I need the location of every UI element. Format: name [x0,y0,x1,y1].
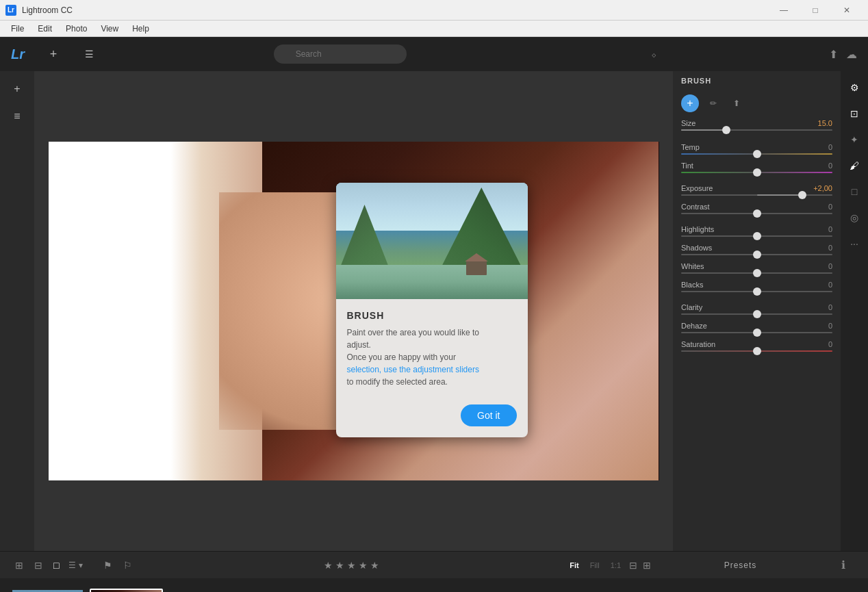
star-3[interactable]: ★ [347,560,356,571]
filter-icon[interactable]: ⬦ [651,49,656,60]
sidebar-library-icon[interactable]: ≡ [5,104,29,129]
tooltip-line2: adjust. [347,340,371,350]
menu-edit[interactable]: Edit [32,23,58,35]
minimize-button[interactable]: — [768,0,800,21]
presets-button[interactable]: Presets [722,559,760,571]
right-edge-panel: ⚙ ⊡ ✦ 🖌 □ ◎ ··· [841,71,868,551]
multi-view-button[interactable]: ⊟ [30,557,47,574]
brush-add-tool[interactable]: + [681,94,699,112]
whites-slider-row: Whites 0 [673,259,841,276]
brush-erase-tool[interactable]: ✏ [704,94,722,112]
bottom-area: ⊞ ⊟ □ ☰ ▾ ⚑ ⚐ ★ ★ ★ ★ ★ Fit Fill 1:1 ⊟ ⊞… [0,551,868,592]
healing-icon[interactable]: ✦ [843,129,865,151]
dehaze-slider[interactable] [681,332,832,333]
size-slider[interactable] [681,129,832,131]
share-icon[interactable]: ⬆ [829,48,838,61]
tooltip-title: BRUSH [347,310,517,321]
menu-help[interactable]: Help [127,23,155,35]
tooltip-button-row: Got it [336,399,528,437]
maximize-button[interactable]: □ [800,0,831,21]
info-area: ℹ [830,558,857,571]
compare-icon[interactable]: ⊞ [643,560,651,571]
fill-button[interactable]: Fill [587,560,602,571]
info-icon[interactable]: ℹ [841,558,845,571]
tooltip-line3: Once you are happy with your [347,352,456,362]
star-4[interactable]: ★ [359,560,368,571]
menu-view[interactable]: View [95,23,124,35]
contrast-slider-row: Contrast 0 [673,200,841,217]
exposure-slider[interactable] [681,194,832,196]
clarity-value: 0 [828,303,832,311]
library-icon[interactable]: ☰ [77,42,101,66]
menu-photo[interactable]: Photo [60,23,92,35]
cloud-icon[interactable]: ☁ [846,48,857,61]
film-thumb-portrait[interactable] [90,589,163,592]
right-area: BRUSH + ✏ ⬆ Size 15.0 [673,71,868,551]
app-header: Lr + ☰ 🔍 ⬦ ⬆ ☁ [0,37,868,71]
menu-bar: File Edit Photo View Help [0,21,868,37]
whites-slider[interactable] [681,272,832,274]
temp-label: Temp [681,143,700,151]
contrast-slider[interactable] [681,213,832,214]
temp-slider[interactable] [681,153,832,155]
menu-file[interactable]: File [5,23,29,35]
sort-arrow: ▾ [79,561,83,570]
left-sidebar: + ≡ [0,71,34,551]
shadows-slider[interactable] [681,254,832,255]
shadows-value: 0 [828,244,832,252]
brush-tools-row: + ✏ ⬆ [673,90,841,116]
highlights-label: Highlights [681,225,714,233]
saturation-value: 0 [828,340,832,348]
view-buttons: ⊞ ⊟ □ [11,557,63,574]
flag-button[interactable]: ⚑ [99,557,116,574]
app-icon: Lr [5,5,16,16]
adjust-icon[interactable]: ⚙ [843,77,865,99]
add-button[interactable]: + [41,42,66,66]
temp-slider-row: Temp 0 [673,140,841,157]
tint-slider-row: Tint 0 [673,159,841,176]
star-1[interactable]: ★ [324,560,333,571]
sort-button[interactable]: ☰ ▾ [68,561,83,570]
bottom-toolbar: ⊞ ⊟ □ ☰ ▾ ⚑ ⚐ ★ ★ ★ ★ ★ Fit Fill 1:1 ⊟ ⊞… [0,551,868,578]
film-thumb-landscape[interactable] [11,589,84,592]
size-label: Size [681,119,695,127]
blacks-slider[interactable] [681,291,832,292]
lr-logo: Lr [11,47,25,62]
tooltip-image [336,183,528,299]
crop-icon[interactable]: ⊡ [843,103,865,125]
tint-slider[interactable] [681,172,832,173]
brush-icon[interactable]: 🖌 [843,155,865,177]
blacks-slider-row: Blacks 0 [673,278,841,295]
one-to-one-button[interactable]: 1:1 [608,560,624,571]
filmstrip [0,578,868,592]
select-icon[interactable]: □ [843,181,865,203]
filmstrip-area [0,578,868,592]
highlights-slider[interactable] [681,235,832,237]
more-icon[interactable]: ··· [843,233,865,255]
star-5[interactable]: ★ [370,560,379,571]
highlights-value: 0 [828,225,832,233]
close-button[interactable]: ✕ [831,0,863,21]
grid-view-icon[interactable]: ⊟ [629,560,637,571]
star-2[interactable]: ★ [335,560,344,571]
sidebar-add-icon[interactable]: + [5,77,29,101]
exposure-value: +2,00 [813,184,832,192]
clarity-slider[interactable] [681,313,832,315]
brush-upload-tool[interactable]: ⬆ [728,94,745,112]
flag-buttons: ⚑ ⚐ [99,557,136,574]
flag2-button[interactable]: ⚐ [119,557,136,574]
star-rating: ★ ★ ★ ★ ★ [142,560,561,571]
size-value: 15.0 [818,119,832,127]
grid-view-button[interactable]: ⊞ [11,557,27,574]
saturation-slider[interactable] [681,350,832,352]
search-input[interactable] [274,44,407,64]
fit-button[interactable]: Fit [567,560,581,571]
dehaze-value: 0 [828,322,832,330]
single-view-button[interactable]: □ [49,557,63,574]
got-it-button[interactable]: Got it [461,404,516,426]
sort-icon: ☰ [68,561,76,570]
app-title: Lightroom CC [22,5,73,15]
radial-icon[interactable]: ◎ [843,207,865,229]
whites-label: Whites [681,262,704,270]
dehaze-label: Dehaze [681,322,707,330]
